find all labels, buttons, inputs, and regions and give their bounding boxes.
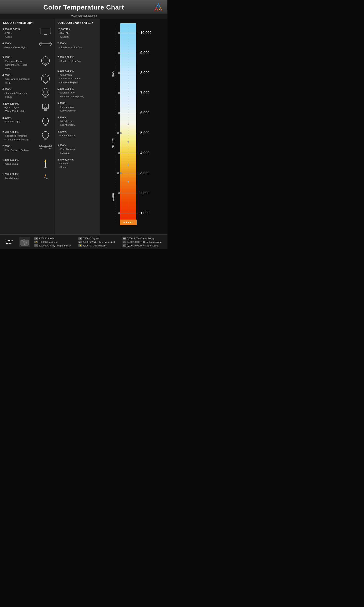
svg-text:1,000: 1,000 [140,211,149,215]
svg-point-35 [118,32,120,34]
list-item: 3,200-3,500°K · Quartz Lights· Warm Meta… [2,102,52,113]
item-description: · Average Noon (Northern Hemisphere) [57,91,97,98]
website-url: www.shorescanada.com [0,13,168,19]
canon-setting-text: 3,000- 7,000°K Auto Setting [127,237,155,239]
svg-point-65 [118,192,120,194]
item-description: · Cool White Fluorescent (CFL) [2,77,39,85]
svg-rect-29 [45,162,46,167]
camera-svg [20,238,29,246]
item-description: · Electronic Flash· Daylight Metal Halid… [2,59,39,70]
canon-camera-icon [19,237,30,247]
canon-brand: Canon [5,239,13,242]
canon-setting-text: 2,000-10,000°K Custom Setting [127,244,158,247]
svg-text:2,000: 2,000 [140,191,149,195]
logo-icon [153,2,163,13]
svg-text:4,000: 4,000 [140,151,149,155]
list-item: 10,000°K + · Blue Sky· Skylight [57,28,97,39]
svg-text:8,000: 8,000 [140,71,149,75]
canon-settings-grid: ☁ 7,000°K Shade ☀ 5,200°K Daylight AWB 3… [34,237,165,247]
list-item: 7,000-8,000°K · Shade on clear Day [57,56,97,66]
svg-text:Neutral: Neutral [111,138,115,148]
item-description: · Candle Light [2,162,39,166]
list-item: 4,200°K · Cool White Fluorescent (CFL) [2,74,52,85]
kelvin-label: 6,000-7,000°K [57,69,97,73]
svg-point-68 [118,212,120,214]
kelvin-label: 5,300-5,500°K [57,87,97,91]
svg-text:9,000: 9,000 [140,51,149,55]
item-description: · Cloudy Sky· Shade from Clouds· Shade i… [57,73,97,84]
svg-point-51 [120,132,122,134]
item-description: · LCD's· CRT's [2,31,39,39]
indoor-panel: INDOOR Artificial Light 5,500-10,500°K ·… [0,19,55,235]
svg-rect-20 [44,124,47,126]
item-description: · Standard Clear Metal Halide [2,92,39,99]
item-description: · Match Flame [2,176,39,180]
kelvin-label: 3,500°K [57,144,97,147]
svg-point-32 [46,178,48,179]
list-item: 2,200°K · High Pressure Sodium [2,145,52,155]
canon-setting-shade: ☁ 7,000°K Shade [34,237,77,240]
kelvin-label: 5,500°K [2,56,39,59]
item-description: · High Pressure Sodium [2,148,39,152]
canon-setting-fluorescent: WF 4,000°K White Fluorescent Light [78,241,120,243]
item-description: · Quartz Lights· Warm Metal Halide [2,106,39,113]
svg-point-14 [42,88,49,96]
outdoor-panel: OUTDOOR Shade and Sun 10,000°K + · Blue … [55,19,100,235]
item-description: · Late Morning· Early Afternoon [57,105,97,113]
item-description: · Blue Sky· Skylight [57,31,97,39]
kelvin-label: 5,500-10,500°K [2,28,39,31]
svg-point-59 [117,172,119,174]
canon-setting-custom: CS 2,000-10,000°K Custom Setting [123,244,165,247]
canon-setting-icon: ☀ [78,237,82,240]
svg-text:5,000: 5,000 [140,131,149,135]
list-item: 3,500°K · Early Morning· Evening [57,144,97,155]
canon-setting-icon: WF [78,241,82,243]
item-description: · Halogen Light [2,120,39,123]
canon-setting-tungsten: 💡 3,200°K Tungsten Light [78,244,120,247]
svg-text:3,000: 3,000 [140,171,149,175]
canon-setting-icon: ⚡ [34,241,38,243]
item-description: · Shade on clear Day [57,59,97,63]
canon-setting-auto: AWB 3,000- 7,000°K Auto Setting [123,237,165,240]
item-description: · Household Tungsten· Standard Incandesc… [2,134,39,141]
kelvin-label: 4,000°K [57,130,97,134]
canon-setting-icon: 🌤 [34,244,38,247]
canon-setting-icon: ☁ [34,237,38,240]
list-item: 2,500-2,900°K · Household Tungsten· Stan… [2,131,52,141]
list-item: 1,850-1,930°K · Candle Light [2,158,52,169]
canon-setting-flash: ⚡ 6,000°K Flash Use [34,241,77,243]
kelvin-label: 1,700-1,800°K [2,172,39,176]
svg-point-50 [117,132,119,134]
item-icon [39,42,52,47]
item-icon [39,28,52,36]
list-item: 5,500-10,500°K · LCD's· CRT's [2,28,52,39]
item-icon [39,158,52,169]
item-icon [39,56,52,66]
svg-point-56 [118,152,120,154]
list-item: 3,000°K · Halogen Light [2,116,52,127]
svg-point-15 [43,90,48,95]
kelvin-label: 1,850-1,930°K [2,158,39,162]
svg-text:6,000: 6,000 [140,111,149,115]
chart-wrapper: INDOOR Artificial Light 5,500-10,500°K ·… [0,19,168,235]
list-item: 4,000°K · Late Afternoon [57,130,97,141]
canon-setting-icon: 💡 [78,244,82,247]
canon-model: EOS [6,242,12,245]
canon-setting-text: 4,000°K White Fluorescent Light [83,241,115,243]
svg-text:Cool: Cool [111,70,115,77]
svg-rect-18 [44,109,47,111]
svg-rect-30 [44,167,47,168]
canon-setting-text: 5,200°K Daylight [83,237,100,239]
canon-setting-icon: CS [123,244,126,247]
list-item: 6,000-7,000°K · Cloudy Sky· Shade from C… [57,69,97,84]
svg-point-47 [118,112,120,114]
list-item: 5,300-5,500°K · Average Noon (Northern H… [57,87,97,98]
canon-setting-colortemp: CT 2,500-10,000°K Color Temperature [123,241,165,243]
svg-point-60 [120,172,122,174]
item-icon [39,116,52,127]
list-item: 4,000°K · Standard Clear Metal Halide [2,88,52,99]
svg-rect-5 [42,35,49,35]
canon-setting-text: 6,000°K Cloudy, Twilight, Sunset [39,244,71,247]
list-item: 5,500°K · Electronic Flash· Daylight Met… [2,56,52,70]
canon-setting-icon: CT [123,241,126,243]
